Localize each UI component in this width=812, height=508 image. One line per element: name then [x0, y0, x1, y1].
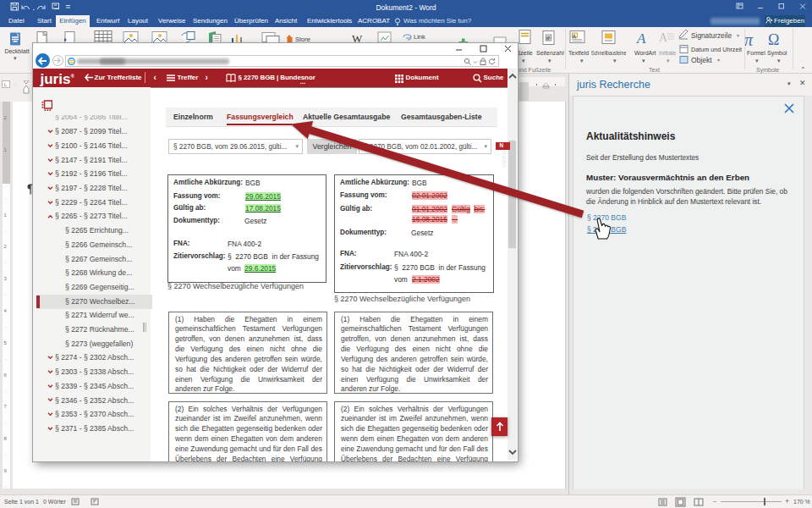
svg-text:Ω: Ω: [768, 31, 779, 48]
svg-text:▾: ▾: [737, 33, 739, 38]
svg-text:▾: ▾: [717, 58, 720, 63]
svg-text:A: A: [659, 31, 668, 44]
svg-text:Link: Link: [414, 33, 425, 41]
svg-text:A: A: [636, 30, 646, 47]
svg-text:A: A: [573, 33, 576, 38]
svg-text:Objekt: Objekt: [691, 56, 712, 64]
svg-text:Store: Store: [295, 36, 310, 43]
svg-text:π: π: [744, 30, 754, 49]
svg-text:Signaturzeile: Signaturzeile: [691, 31, 732, 40]
svg-text:Datum und Uhrzeit: Datum und Uhrzeit: [691, 46, 743, 53]
